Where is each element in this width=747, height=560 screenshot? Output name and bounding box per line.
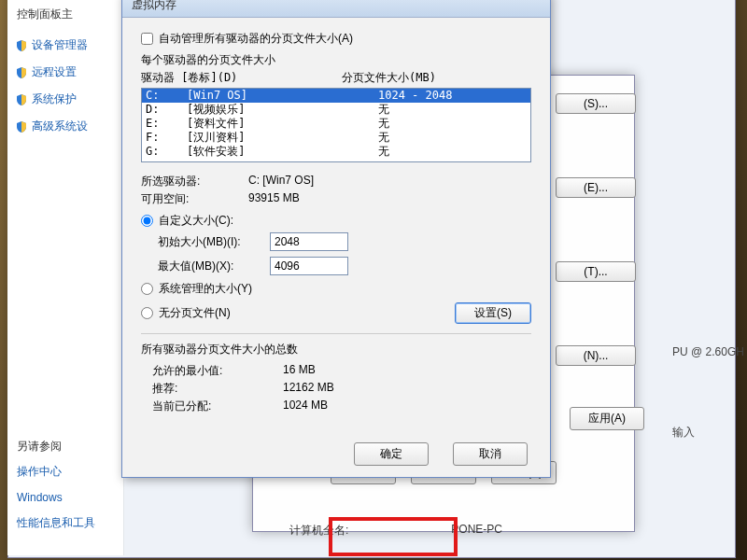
drive-row[interactable]: F: [汉川资料] 无 [142, 131, 530, 145]
header-drive: 驱动器 [卷标](D) [141, 70, 342, 86]
drive-label: [汉川资料] [187, 131, 378, 145]
drive-row[interactable]: E: [资料文件] 无 [142, 117, 530, 131]
radio-system-size[interactable] [141, 283, 153, 295]
drive-size: 无 [378, 145, 389, 159]
sidebar-heading: 控制面板主 [11, 3, 120, 32]
virtual-memory-dialog: 虚拟内存 自动管理所有驱动器的分页文件大小(A) 每个驱动器的分页文件大小 驱动… [121, 0, 551, 478]
input-fragment: 输入 [672, 425, 695, 441]
radio-custom-size[interactable] [141, 215, 153, 227]
settings-e-button[interactable]: (E)... [556, 177, 636, 198]
recommended-label: 推荐: [152, 381, 283, 397]
see-also-windows[interactable]: Windows [11, 485, 123, 510]
drive-row[interactable]: D: [视频娱乐] 无 [142, 103, 530, 117]
see-also-heading: 另请参阅 [11, 435, 123, 458]
free-space-label: 可用空间: [141, 191, 248, 207]
see-also-perf-info[interactable]: 性能信息和工具 [11, 510, 123, 537]
drive-size: 1024 - 2048 [378, 89, 452, 103]
sidebar-item-label: 高级系统设 [32, 119, 88, 134]
radio-system-label: 系统管理的大小(Y) [159, 281, 252, 297]
sidebar-item-label: 远程设置 [32, 64, 77, 80]
sidebar-item-label: 系统保护 [32, 91, 77, 107]
drive-row[interactable]: C: [Win7 OS] 1024 - 2048 [142, 89, 530, 103]
auto-manage-checkbox[interactable] [141, 33, 153, 45]
sidebar-item-remote[interactable]: 远程设置 [11, 59, 120, 86]
drive-label: [软件安装] [187, 145, 378, 159]
drive-size: 无 [378, 117, 389, 131]
max-size-input[interactable] [270, 257, 348, 275]
totals-heading: 所有驱动器分页文件大小的总数 [141, 342, 531, 357]
max-size-label: 最大值(MB)(X): [158, 259, 270, 274]
min-allowed-label: 允许的最小值: [152, 363, 283, 379]
drive-letter: C: [146, 89, 187, 103]
shield-icon [15, 66, 28, 79]
free-space-value: 93915 MB [248, 191, 300, 207]
shield-icon [15, 120, 28, 133]
computer-name-row: 计算机全名: PONE-PC [289, 523, 502, 539]
radio-none-label: 无分页文件(N) [159, 305, 231, 321]
outer-apply-button[interactable]: 应用(A) [570, 407, 644, 430]
ok-button[interactable]: 确定 [354, 442, 429, 466]
settings-s-button[interactable]: (S)... [556, 93, 636, 114]
drive-list[interactable]: C: [Win7 OS] 1024 - 2048 D: [视频娱乐] 无 E: … [141, 88, 531, 162]
sidebar-item-advanced[interactable]: 高级系统设 [11, 113, 120, 140]
settings-n-button[interactable]: (N)... [556, 345, 636, 366]
drive-row[interactable]: G: [软件安装] 无 [142, 145, 530, 159]
per-drive-heading: 每个驱动器的分页文件大小 [141, 52, 531, 68]
drive-label: [Win7 OS] [187, 89, 378, 103]
drive-letter: D: [146, 103, 187, 117]
recommended-value: 12162 MB [283, 381, 334, 397]
drive-label: [视频娱乐] [187, 103, 378, 117]
cancel-button[interactable]: 取消 [453, 442, 528, 466]
drive-list-header: 驱动器 [卷标](D) 分页文件大小(MB) [141, 70, 531, 86]
shield-icon [15, 93, 28, 106]
header-size: 分页文件大小(MB) [342, 70, 436, 86]
initial-size-label: 初始大小(MB)(I): [158, 234, 270, 250]
min-allowed-value: 16 MB [283, 363, 316, 379]
drive-size: 无 [378, 103, 389, 117]
current-value: 1024 MB [283, 399, 328, 414]
current-label: 当前已分配: [152, 399, 283, 414]
selected-drive-label: 所选驱动器: [141, 174, 248, 189]
see-also-action-center[interactable]: 操作中心 [11, 458, 123, 485]
sidebar-item-device-manager[interactable]: 设备管理器 [11, 32, 120, 59]
cpu-info-fragment: PU @ 2.60GH [672, 345, 744, 358]
drive-letter: E: [146, 117, 187, 131]
drive-letter: G: [146, 145, 187, 159]
right-button-column: (S)... (E)... (T)... (N)... [556, 93, 636, 366]
see-also-section: 另请参阅 操作中心 Windows 性能信息和工具 [11, 435, 123, 537]
initial-size-input[interactable] [270, 232, 348, 251]
drive-size: 无 [378, 131, 389, 145]
computer-name-value: PONE-PC [451, 523, 502, 539]
computer-name-label: 计算机全名: [289, 523, 348, 539]
drive-letter: F: [146, 131, 187, 145]
radio-no-paging[interactable] [141, 307, 153, 319]
radio-custom-label: 自定义大小(C): [159, 213, 233, 229]
set-button[interactable]: 设置(S) [455, 302, 531, 324]
drive-label: [资料文件] [187, 117, 378, 131]
sidebar-item-label: 设备管理器 [32, 37, 88, 53]
dialog-title: 虚拟内存 [122, 0, 550, 18]
selected-drive-value: C: [Win7 OS] [248, 174, 314, 189]
settings-t-button[interactable]: (T)... [556, 261, 636, 282]
shield-icon [15, 39, 28, 52]
control-panel-sidebar: 控制面板主 设备管理器 远程设置 系统保护 高级系统设 另请参阅 [7, 0, 124, 555]
sidebar-item-protection[interactable]: 系统保护 [11, 86, 120, 113]
auto-manage-label: 自动管理所有驱动器的分页文件大小(A) [159, 31, 353, 47]
